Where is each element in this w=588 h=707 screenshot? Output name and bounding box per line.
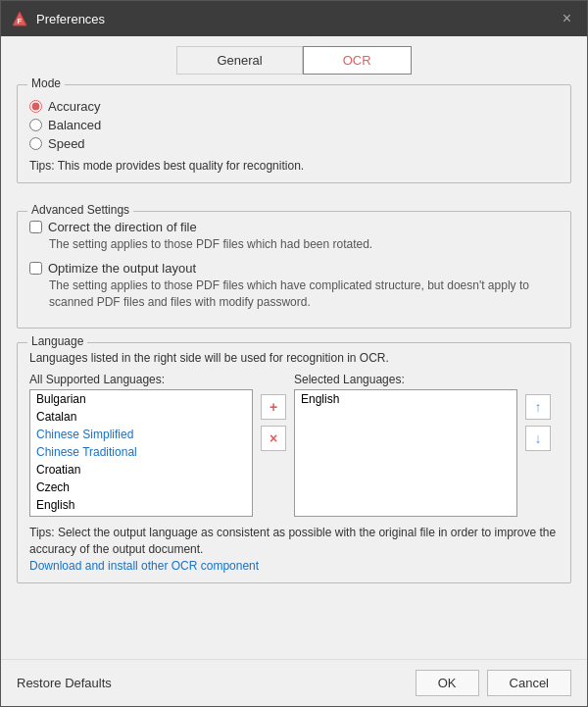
list-item[interactable]: Bulgarian: [30, 390, 252, 408]
mode-speed[interactable]: Speed: [29, 136, 559, 151]
correct-direction-checkbox[interactable]: Correct the direction of file: [29, 220, 559, 234]
mode-balanced-label: Balanced: [48, 118, 101, 132]
list-item[interactable]: Catalan: [30, 408, 252, 426]
tab-ocr[interactable]: OCR: [303, 46, 412, 75]
mode-section: Mode Accuracy Balanced Speed Tips: This …: [17, 84, 571, 183]
mode-accuracy[interactable]: Accuracy: [29, 99, 559, 114]
footer: Restore Defaults OK Cancel: [1, 659, 587, 706]
list-item[interactable]: Chinese Simplified: [30, 426, 252, 443]
mode-radio-group: Accuracy Balanced Speed: [29, 99, 559, 151]
remove-language-button[interactable]: ×: [261, 426, 286, 451]
ocr-download-link[interactable]: Download and install other OCR component: [29, 559, 259, 573]
correct-direction-label: Correct the direction of file: [48, 220, 197, 234]
language-section-title: Language: [27, 334, 87, 348]
move-down-button[interactable]: ↓: [525, 426, 551, 451]
preferences-window: F Preferences × General OCR Mode Accurac…: [0, 0, 588, 707]
advanced-section-title: Advanced Settings: [27, 203, 133, 217]
list-item[interactable]: French: [30, 514, 252, 517]
list-item[interactable]: English: [295, 390, 516, 408]
all-languages-list[interactable]: Bulgarian Catalan Chinese Simplified Chi…: [29, 389, 253, 517]
restore-defaults-button[interactable]: Restore Defaults: [17, 676, 408, 690]
all-languages-container: All Supported Languages: Bulgarian Catal…: [29, 373, 253, 517]
optimize-layout-label: Optimize the output layout: [48, 261, 196, 276]
language-section: Language Languages listed in the right s…: [17, 342, 571, 583]
mode-speed-label: Speed: [48, 136, 85, 151]
close-button[interactable]: ×: [557, 7, 577, 30]
add-language-button[interactable]: +: [261, 394, 286, 420]
mode-tip: Tips: This mode provides best quality fo…: [29, 159, 559, 173]
tab-bar: General OCR: [1, 36, 587, 75]
optimize-layout-desc: The setting applies to those PDF files w…: [49, 278, 559, 311]
mode-accuracy-label: Accuracy: [48, 99, 100, 114]
add-remove-buttons: + ×: [253, 373, 294, 451]
list-item[interactable]: English: [30, 496, 252, 514]
advanced-section: Advanced Settings Correct the direction …: [17, 211, 571, 328]
move-up-button[interactable]: ↑: [525, 394, 551, 420]
app-icon: F: [11, 10, 28, 27]
language-columns: All Supported Languages: Bulgarian Catal…: [29, 373, 559, 517]
tab-general[interactable]: General: [176, 46, 302, 75]
mode-section-title: Mode: [27, 76, 65, 90]
window-title: Preferences: [36, 12, 557, 26]
cancel-button[interactable]: Cancel: [487, 670, 571, 696]
ok-button[interactable]: OK: [416, 670, 479, 696]
svg-text:F: F: [18, 17, 23, 25]
selected-languages-container: Selected Languages: English: [294, 373, 517, 517]
selected-languages-label: Selected Languages:: [294, 373, 517, 386]
list-item[interactable]: Croatian: [30, 461, 252, 479]
title-bar: F Preferences ×: [1, 1, 587, 36]
content-area: Mode Accuracy Balanced Speed Tips: This …: [1, 75, 587, 659]
selected-languages-list[interactable]: English: [294, 389, 517, 517]
language-desc: Languages listed in the right side will …: [29, 351, 559, 365]
list-item[interactable]: Chinese Traditional: [30, 443, 252, 461]
list-item[interactable]: Czech: [30, 479, 252, 496]
all-languages-label: All Supported Languages:: [29, 373, 253, 386]
up-down-buttons: ↑ ↓: [517, 373, 559, 451]
language-tip: Tips: Select the output language as cons…: [29, 525, 559, 558]
correct-direction-desc: The setting applies to those PDF files w…: [49, 236, 559, 253]
mode-balanced[interactable]: Balanced: [29, 118, 559, 132]
optimize-layout-checkbox[interactable]: Optimize the output layout: [29, 261, 559, 276]
